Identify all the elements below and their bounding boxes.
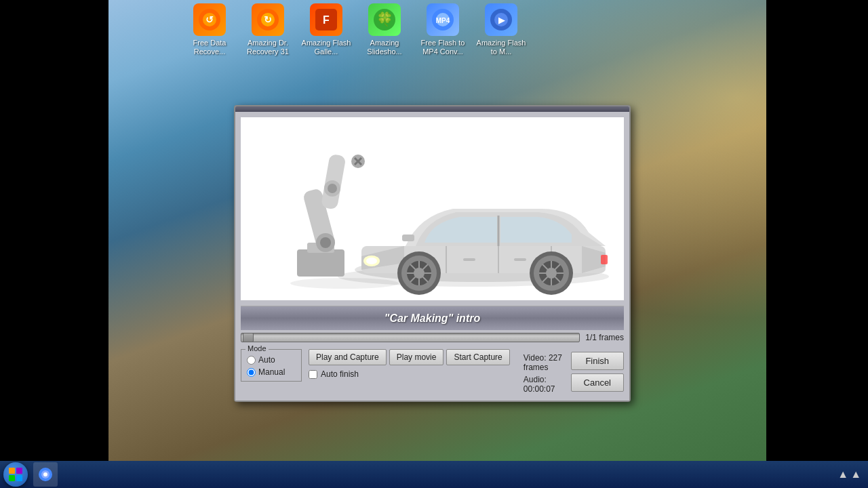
start-button[interactable] — [3, 462, 28, 487]
sidebar-left — [0, 0, 108, 488]
svg-rect-59 — [16, 468, 22, 474]
frame-count: 1/1 frames — [585, 333, 624, 342]
amazing-flash-m-label: Amazing Flash to M... — [475, 39, 528, 56]
main-dialog: "Car Making" intro 1/1 frames Mode Auto … — [234, 105, 631, 402]
svg-text:F: F — [323, 14, 330, 26]
radio-auto-label: Auto — [258, 355, 275, 365]
auto-finish-label: Auto finish — [321, 369, 359, 379]
auto-finish-checkbox[interactable] — [309, 370, 317, 379]
dialog-titlebar — [235, 106, 629, 112]
amazing-recovery31-label: Amazing Dr. Recovery 31 — [241, 39, 294, 56]
volume-icon: ▲ — [850, 468, 861, 481]
svg-text:▶: ▶ — [498, 16, 505, 25]
slideshow-icon: 🍀 — [368, 3, 401, 36]
slideshow-label: Amazing Slidesho... — [358, 39, 411, 56]
radio-auto[interactable]: Auto — [247, 355, 296, 365]
radio-manual-label: Manual — [258, 367, 285, 377]
auto-finish-row[interactable]: Auto finish — [309, 369, 510, 379]
start-capture-button[interactable]: Start Capture — [446, 349, 509, 365]
radio-manual[interactable]: Manual — [247, 367, 296, 377]
svg-rect-55 — [402, 235, 414, 241]
desktop-icon-free-flash-mp4[interactable]: MP4 Free Flash to MP4 Conv... — [416, 3, 469, 56]
free-data-recovery-icon: ↺ — [193, 3, 226, 36]
network-icon: ▲ — [837, 468, 848, 481]
flash-gallery-icon: F — [310, 3, 342, 36]
free-data-recovery-label: Free Data Recove... — [183, 39, 236, 56]
desktop-icon-flash-gallery[interactable]: F Amazing Flash Galle... — [300, 3, 353, 56]
free-flash-mp4-label: Free Flash to MP4 Conv... — [416, 39, 469, 56]
audio-info: Audio: 00:00:07 — [524, 375, 564, 394]
video-preview — [241, 117, 624, 300]
scrubber-thumb[interactable] — [243, 333, 254, 342]
svg-rect-61 — [16, 475, 22, 481]
action-buttons: Finish Cancel — [571, 349, 624, 392]
svg-rect-58 — [9, 468, 15, 474]
svg-point-18 — [290, 278, 399, 289]
amazing-recovery31-icon: ↻ — [252, 3, 284, 36]
scrubber-area[interactable]: 1/1 frames — [235, 330, 629, 345]
flash-gallery-label: Amazing Flash Galle... — [300, 39, 353, 56]
car-illustration — [256, 121, 609, 297]
svg-rect-19 — [297, 249, 344, 277]
top-buttons: Play and Capture Play movie Start Captur… — [309, 349, 510, 365]
svg-rect-60 — [9, 475, 15, 481]
svg-point-24 — [320, 237, 331, 248]
svg-point-37 — [366, 258, 377, 264]
svg-rect-56 — [463, 258, 475, 261]
play-movie-button[interactable]: Play movie — [389, 349, 444, 365]
taskbar-app-icon-image — [37, 466, 54, 483]
desktop-icon-free-data-recovery[interactable]: ↺ Free Data Recove... — [183, 3, 236, 56]
caption-text: "Car Making" intro — [384, 312, 480, 325]
finish-button[interactable]: Finish — [571, 352, 624, 370]
scrubber-track[interactable] — [241, 333, 580, 342]
svg-rect-57 — [514, 258, 526, 261]
svg-point-26 — [328, 184, 337, 193]
mode-group: Mode Auto Manual — [241, 349, 302, 382]
desktop-icons-area: ↺ Free Data Recove... ↻ Amazing Dr. Reco… — [183, 3, 528, 56]
svg-rect-38 — [601, 255, 608, 264]
video-info: Video: 227 frames — [524, 353, 564, 372]
car-scene — [241, 117, 624, 300]
desktop-icon-amazing-flash-m[interactable]: ▶ Amazing Flash to M... — [475, 3, 528, 56]
radio-auto-input[interactable] — [247, 356, 256, 365]
taskbar-app-icon[interactable] — [33, 462, 58, 487]
cancel-button[interactable]: Cancel — [571, 373, 624, 392]
windows-logo-icon — [8, 467, 23, 482]
taskbar: ▲ ▲ — [0, 461, 868, 488]
desktop-icon-amazing-recovery31[interactable]: ↻ Amazing Dr. Recovery 31 — [241, 3, 294, 56]
buttons-group: Play and Capture Play movie Start Captur… — [309, 349, 510, 379]
caption-bar: "Car Making" intro — [241, 306, 624, 330]
controls-area: Mode Auto Manual Play and Capture Play m… — [235, 345, 629, 401]
sidebar-right — [766, 0, 868, 488]
radio-manual-input[interactable] — [247, 368, 256, 377]
taskbar-system-icons: ▲ ▲ — [837, 468, 865, 481]
svg-text:🍀: 🍀 — [376, 11, 393, 27]
info-area: Video: 227 frames Audio: 00:00:07 — [524, 349, 564, 394]
play-and-capture-button[interactable]: Play and Capture — [309, 349, 387, 365]
svg-point-64 — [43, 472, 47, 476]
free-flash-mp4-icon: MP4 — [427, 3, 459, 36]
svg-text:MP4: MP4 — [436, 17, 450, 24]
mode-legend: Mode — [245, 344, 269, 352]
desktop-icon-slideshow[interactable]: 🍀 Amazing Slidesho... — [358, 3, 411, 56]
svg-text:↻: ↻ — [264, 14, 272, 25]
svg-text:↺: ↺ — [205, 14, 214, 25]
amazing-flash-m-icon: ▶ — [485, 3, 517, 36]
